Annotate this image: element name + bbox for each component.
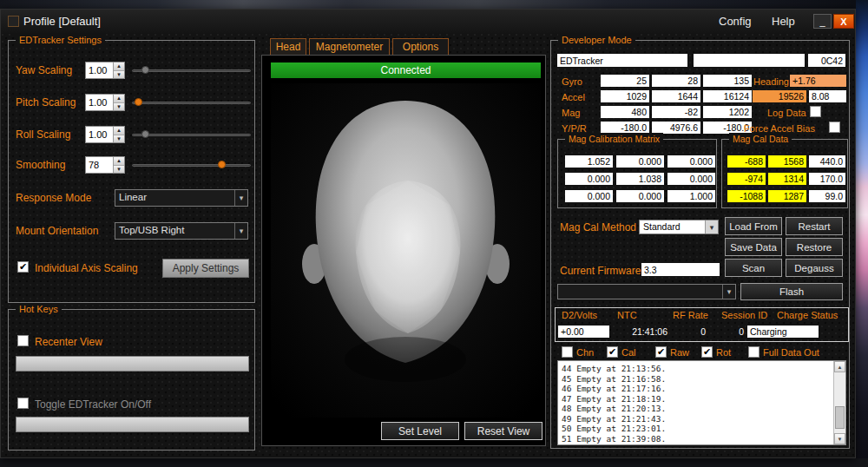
apply-settings-button[interactable]: Apply Settings — [162, 259, 249, 278]
matrix-cell[interactable]: 1.000 — [667, 190, 715, 202]
tab-head[interactable]: Head — [270, 38, 306, 55]
event-log-list[interactable]: 44 Empty at 21:13:56. 45 Empty at 21:16:… — [557, 360, 846, 445]
magcal-cell[interactable]: 1314 — [768, 173, 806, 185]
spinner-up-icon[interactable] — [114, 62, 124, 71]
firmware-file-select[interactable] — [557, 284, 736, 299]
roll-scaling-spinner[interactable]: 1.00 — [85, 126, 125, 143]
magcal-cell[interactable]: 99.0 — [809, 190, 845, 202]
log-data-checkbox[interactable] — [810, 106, 821, 117]
accel-z-field[interactable]: 16124 — [703, 90, 752, 102]
current-firmware-field[interactable]: 3.3 — [641, 263, 720, 276]
d2volts-value-field[interactable]: +0.00 — [558, 326, 609, 338]
restore-button[interactable]: Restore — [786, 238, 843, 256]
restart-button[interactable]: Restart — [786, 217, 843, 235]
raw-checkbox[interactable] — [655, 346, 667, 358]
flash-button[interactable]: Flash — [740, 283, 843, 300]
minimize-button[interactable]: _ — [813, 14, 832, 29]
scrollbar-thumb[interactable] — [835, 406, 845, 429]
tab-options[interactable]: Options — [392, 38, 449, 55]
matrix-cell[interactable]: 0.000 — [616, 190, 664, 202]
mag-x-field[interactable]: 480 — [601, 106, 649, 118]
smoothing-slider[interactable] — [132, 156, 251, 174]
head-viewport[interactable] — [271, 83, 541, 418]
reset-view-button[interactable]: Reset View — [464, 422, 542, 440]
gyro-x-field[interactable]: 25 — [601, 75, 649, 87]
chevron-down-icon — [234, 190, 247, 206]
mag-cal-method-select[interactable]: Standard — [639, 220, 719, 234]
individual-axis-checkbox[interactable] — [17, 261, 29, 273]
magcal-cell[interactable]: 170.0 — [809, 173, 845, 185]
spinner-up-icon[interactable] — [114, 127, 124, 135]
spinner-down-icon[interactable] — [114, 103, 124, 111]
cal-checkbox[interactable] — [607, 346, 618, 358]
full-data-out-checkbox[interactable] — [748, 346, 760, 358]
matrix-cell[interactable]: 0.000 — [616, 155, 664, 168]
charge-status-field[interactable]: Charging — [747, 326, 819, 338]
magcal-cell[interactable]: -974 — [727, 173, 766, 185]
matrix-cell[interactable]: 0.000 — [565, 190, 613, 202]
accel-y-field[interactable]: 1644 — [652, 90, 700, 102]
magcal-cell[interactable]: 1568 — [768, 155, 806, 168]
yaw-value-field[interactable]: -180.0 — [601, 122, 649, 134]
device-id-field[interactable]: 0C42 — [808, 54, 845, 67]
mount-orientation-select[interactable]: Top/USB Right — [115, 222, 248, 240]
accel-g-field[interactable]: 8.08 — [809, 90, 846, 102]
spinner-down-icon[interactable] — [114, 135, 124, 143]
pitch-scaling-slider[interactable] — [132, 94, 251, 111]
mag-z-field[interactable]: 1202 — [703, 106, 752, 118]
roll-scaling-slider[interactable] — [132, 126, 251, 143]
chn-checkbox[interactable] — [562, 346, 573, 358]
spinner-up-icon[interactable] — [114, 95, 124, 103]
pitch-value-field[interactable]: 4976.6 — [652, 122, 700, 134]
spinner-down-icon[interactable] — [114, 71, 124, 79]
slider-thumb[interactable] — [141, 66, 149, 74]
yaw-scaling-spinner[interactable]: 1.00 — [85, 62, 125, 79]
magcal-cell[interactable]: -688 — [727, 155, 766, 168]
spinner-down-icon[interactable] — [114, 166, 124, 174]
scroll-down-icon[interactable]: ▼ — [834, 433, 845, 444]
smoothing-spinner[interactable]: 78 — [85, 156, 125, 174]
close-button[interactable]: X — [833, 14, 854, 29]
toggle-hotkey-input[interactable] — [16, 417, 249, 432]
pitch-scaling-spinner[interactable]: 1.00 — [85, 94, 125, 111]
accel-magnitude-field[interactable]: 19526 — [753, 90, 806, 102]
degauss-button[interactable]: Degauss — [786, 259, 843, 277]
gyro-z-field[interactable]: 135 — [703, 75, 752, 87]
spinner-up-icon[interactable] — [114, 157, 124, 166]
recenter-hotkey-input[interactable] — [16, 356, 249, 372]
tab-magnetometer[interactable]: Magnetometer — [309, 38, 390, 55]
device-name-field[interactable]: EDTracker — [557, 54, 687, 67]
toggle-edtracker-checkbox[interactable] — [17, 398, 29, 409]
matrix-cell[interactable]: 0.000 — [565, 173, 613, 185]
device-extra-field[interactable] — [694, 54, 805, 67]
matrix-cell[interactable]: 0.000 — [667, 173, 715, 185]
scroll-up-icon[interactable]: ▲ — [834, 361, 845, 372]
set-level-button[interactable]: Set Level — [381, 422, 459, 440]
heading-value-field[interactable]: +1.76 — [790, 75, 846, 87]
menu-config[interactable]: Config — [719, 15, 752, 28]
recenter-view-checkbox[interactable] — [17, 335, 29, 346]
response-mode-select[interactable]: Linear — [115, 189, 248, 207]
mag-y-field[interactable]: -82 — [652, 106, 700, 118]
load-from-button[interactable]: Load From — [725, 217, 782, 235]
gyro-y-field[interactable]: 28 — [652, 75, 700, 87]
accel-x-field[interactable]: 1029 — [601, 90, 649, 102]
scan-button[interactable]: Scan — [725, 259, 782, 277]
log-scrollbar[interactable]: ▲ ▼ — [833, 361, 845, 444]
slider-thumb[interactable] — [218, 161, 226, 168]
magcal-cell[interactable]: 440.0 — [809, 155, 845, 168]
rot-checkbox[interactable] — [701, 346, 713, 358]
slider-track — [132, 69, 251, 72]
matrix-cell[interactable]: 0.000 — [667, 155, 715, 168]
menu-help[interactable]: Help — [772, 15, 795, 28]
slider-thumb[interactable] — [141, 130, 149, 138]
titlebar[interactable]: Profile [Default] Config Help _ X — [1, 10, 855, 33]
yaw-scaling-slider[interactable] — [132, 62, 251, 79]
save-data-button[interactable]: Save Data — [725, 238, 782, 256]
slider-thumb[interactable] — [135, 98, 142, 106]
magcal-cell[interactable]: 1287 — [768, 190, 806, 202]
matrix-cell[interactable]: 1.052 — [565, 155, 613, 168]
force-accel-bias-checkbox[interactable] — [829, 122, 840, 133]
matrix-cell[interactable]: 1.038 — [616, 173, 664, 185]
magcal-cell[interactable]: -1088 — [727, 190, 766, 202]
